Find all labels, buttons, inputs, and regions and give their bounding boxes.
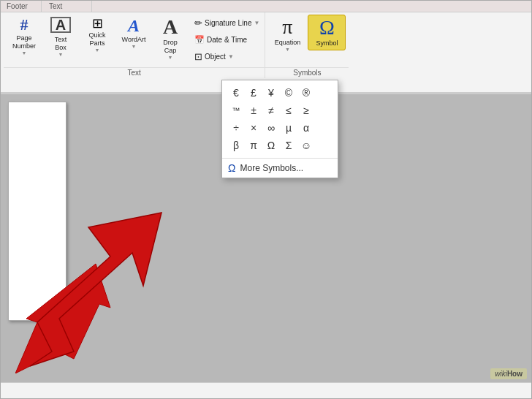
- symbol-plusminus[interactable]: ±: [246, 102, 262, 118]
- object-label: Object: [205, 53, 226, 61]
- signature-line-icon: ✏: [194, 18, 202, 28]
- symbol-notequal[interactable]: ≠: [263, 102, 279, 118]
- section-text-label: Text: [42, 1, 92, 12]
- symbols-group: π Equation ▼ Ω Symbol Symbols: [265, 12, 349, 78]
- red-arrow: [15, 205, 176, 376]
- date-time-label: Date & Time: [207, 36, 247, 44]
- symbol-trademark[interactable]: ™: [228, 102, 244, 118]
- symbol-divide[interactable]: ÷: [228, 120, 244, 136]
- symbol-yen[interactable]: ¥: [263, 85, 279, 101]
- symbol-empty4: [316, 137, 332, 153]
- symbol-empty3: [316, 120, 332, 136]
- symbol-alpha[interactable]: α: [298, 120, 314, 136]
- wordart-button[interactable]: A WordArt ▼: [116, 15, 151, 51]
- quick-parts-dropdown-arrow: ▼: [95, 48, 100, 53]
- drop-cap-label: DropCap: [163, 39, 178, 55]
- equation-button[interactable]: π Equation ▼: [268, 15, 306, 54]
- signature-line-button[interactable]: ✏ Signature Line ▼: [192, 15, 262, 31]
- object-icon: ⊡: [194, 51, 202, 62]
- symbol-lessequal[interactable]: ≤: [281, 102, 297, 118]
- symbol-grid: € £ ¥ © ® ™ ± ≠ ≤ ≥ ÷ × ∞ µ α β π Ω Σ ☺: [222, 80, 338, 158]
- word-window: Footer Text # Page Number ▼ A TextBox: [0, 0, 532, 399]
- text-box-icon: A: [50, 17, 71, 33]
- small-buttons-col: ✏ Signature Line ▼ 📅 Date & Time ⊡ Objec…: [192, 15, 262, 64]
- quick-parts-label: QuickParts: [88, 31, 105, 48]
- wordart-icon: A: [128, 17, 140, 34]
- symbol-registered[interactable]: ®: [298, 85, 314, 101]
- text-group-label: Text: [4, 67, 265, 77]
- object-dropdown-arrow: ▼: [228, 53, 234, 60]
- text-box-button[interactable]: A TextBox ▼: [43, 15, 78, 59]
- date-time-button[interactable]: 📅 Date & Time: [192, 31, 262, 48]
- page-number-label: Page Number: [8, 34, 40, 50]
- symbol-omega[interactable]: Ω: [263, 137, 279, 153]
- symbol-label: Symbol: [316, 39, 338, 48]
- symbol-empty1: [316, 85, 332, 101]
- symbol-euro[interactable]: €: [228, 85, 244, 101]
- text-group-body: # Page Number ▼ A TextBox ▼ ⊞ QuickParts: [7, 15, 262, 68]
- text-box-dropdown-arrow: ▼: [58, 52, 64, 57]
- symbols-group-body: π Equation ▼ Ω Symbol: [268, 15, 346, 68]
- text-group: # Page Number ▼ A TextBox ▼ ⊞ QuickParts: [4, 12, 265, 78]
- more-symbols-button[interactable]: Ω More Symbols...: [222, 158, 338, 178]
- symbol-dropdown: € £ ¥ © ® ™ ± ≠ ≤ ≥ ÷ × ∞ µ α β π Ω Σ ☺: [221, 80, 338, 178]
- quick-parts-button[interactable]: ⊞ QuickParts ▼: [80, 15, 115, 55]
- wordart-label: WordArt: [122, 36, 146, 44]
- more-symbols-omega-icon: Ω: [228, 162, 235, 174]
- equation-label: Equation: [275, 39, 301, 47]
- wikihow-text: wikiHow: [495, 370, 522, 378]
- symbol-button[interactable]: Ω Symbol: [308, 15, 346, 50]
- drop-cap-dropdown-arrow: ▼: [168, 55, 173, 60]
- footer-bar: [1, 382, 531, 398]
- date-time-icon: 📅: [194, 35, 205, 45]
- symbol-greaterequal[interactable]: ≥: [298, 102, 314, 118]
- equation-icon: π: [282, 17, 292, 37]
- signature-line-label: Signature Line: [205, 19, 252, 27]
- wikihow-badge: wikiHow: [490, 368, 527, 379]
- wordart-dropdown-arrow: ▼: [132, 44, 137, 49]
- symbol-smiley[interactable]: ☺: [298, 137, 314, 153]
- symbol-mu[interactable]: µ: [281, 120, 297, 136]
- page-number-dropdown-arrow: ▼: [22, 50, 27, 56]
- signature-dropdown-arrow: ▼: [254, 20, 260, 26]
- page-number-icon: #: [20, 17, 28, 33]
- symbol-pound[interactable]: £: [246, 85, 262, 101]
- symbol-infinity[interactable]: ∞: [263, 120, 279, 136]
- symbol-multiply[interactable]: ×: [246, 120, 262, 136]
- drop-cap-button[interactable]: A DropCap ▼: [153, 15, 188, 62]
- equation-dropdown-arrow: ▼: [285, 47, 290, 52]
- ribbon-section-row: Footer Text: [1, 1, 531, 12]
- quick-parts-icon: ⊞: [92, 17, 103, 30]
- drop-cap-icon: A: [163, 17, 178, 37]
- object-button[interactable]: ⊡ Object ▼: [192, 48, 262, 64]
- symbol-beta[interactable]: β: [228, 137, 244, 153]
- page-number-button[interactable]: # Page Number ▼: [7, 15, 42, 58]
- symbol-pi[interactable]: π: [246, 137, 262, 153]
- ribbon-content: # Page Number ▼ A TextBox ▼ ⊞ QuickParts: [1, 12, 531, 78]
- more-symbols-label: More Symbols...: [240, 163, 303, 173]
- text-box-label: TextBox: [55, 36, 67, 52]
- symbol-icon: Ω: [319, 18, 335, 38]
- symbol-empty2: [316, 102, 332, 118]
- symbol-sigma[interactable]: Σ: [281, 137, 297, 153]
- symbol-copyright[interactable]: ©: [281, 85, 297, 101]
- symbols-group-label: Symbols: [265, 67, 349, 77]
- section-footer-label: Footer: [4, 1, 42, 12]
